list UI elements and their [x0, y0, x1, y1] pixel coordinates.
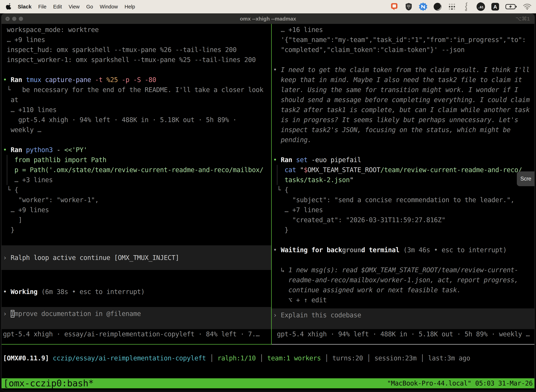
terminal-line: "worker": "worker-1",	[2, 195, 271, 205]
text-segment: inspect_hud: omx sparkshell --tmux-pane …	[3, 46, 237, 54]
prompt-suggestion[interactable]: › Explain this codebase	[272, 308, 534, 329]
text-segment: inspect task2's JSON, focusing on the st…	[273, 126, 511, 134]
badge-count-text: ..61	[478, 5, 483, 9]
hook-utility-icon[interactable]	[462, 2, 471, 11]
text-segment: groun	[342, 246, 361, 254]
terminal-line: keep that in mind. Maybe I also need the…	[272, 75, 534, 85]
text-segment: │	[363, 355, 374, 362]
wifi-icon[interactable]	[523, 2, 532, 11]
terminal-line: later. Using the same for transition mig…	[272, 85, 534, 95]
text-segment: }	[3, 226, 14, 234]
terminal-line: └ be necessary for the end of the README…	[2, 85, 271, 95]
terminal-line: └ {	[2, 185, 271, 195]
model-status-line: gpt-5.4 xhigh · 94% left · 488K in · 5.1…	[272, 329, 534, 339]
prompt-input[interactable]: › Improve documentation in @filename	[2, 307, 271, 329]
text-segment: gpt-5.4 xhigh · 94% left · 488K in · 5.1…	[273, 330, 530, 338]
screen-share-overlay[interactable]: Scre	[517, 171, 534, 186]
blank-line	[272, 305, 534, 308]
text-segment: /team/review-current-readme-and-reco/	[380, 166, 522, 174]
shield-keypad-icon[interactable]	[404, 2, 413, 11]
window-title: omx --xhigh --madmax	[2, 16, 534, 22]
zoom-window-button[interactable]	[19, 17, 23, 21]
ran-command-python: • Ran python3 - <<'PY'	[2, 145, 271, 155]
menu-help[interactable]: Help	[124, 4, 135, 10]
terminal-line: "completed","claim_token":"claim-token"}…	[272, 45, 534, 55]
terminal-line: pending.	[272, 135, 534, 145]
omx-session-status: [OMX#0.11.9] cczip/essay/ai-reimplementa…	[2, 353, 534, 363]
text-segment	[22, 76, 26, 84]
text-segment: └	[3, 86, 22, 93]
text-segment: p = Path('.omx/state/team/review-current…	[3, 166, 263, 174]
text-segment: %25	[103, 76, 118, 84]
menu-window[interactable]: Window	[100, 4, 118, 10]
text-segment: }	[273, 226, 288, 234]
text-segment	[292, 156, 296, 164]
text-segment: capture-pane	[41, 76, 91, 84]
text-segment	[49, 355, 53, 362]
terminal-line: readme-and-reco/mailbox/worker-1.json, a…	[272, 275, 534, 285]
input-source-icon[interactable]: A	[491, 2, 500, 11]
text-segment: readme-and-reco/mailbox/worker-1.json, a…	[273, 276, 518, 284]
minimize-window-button[interactable]	[12, 17, 16, 21]
blank-line	[2, 270, 271, 287]
text-segment: └	[3, 186, 14, 194]
battery-icon[interactable]	[505, 2, 517, 11]
text-segment: -t	[91, 76, 103, 84]
text-segment: Explain this codebase	[281, 311, 361, 319]
text-segment: later. Using the same for transition mig…	[273, 86, 518, 93]
text-segment: -p	[118, 76, 129, 84]
mailbox-message: ↳ 1 new msg(s): read $OMX_TEAM_STATE_ROO…	[272, 265, 534, 275]
text-segment: … +110 lines	[3, 106, 57, 114]
terminal-line: ⌥ + ↑ edit	[272, 295, 534, 305]
terminal-window: omx --xhigh --madmax ⌥⌘1 workspace_mode:…	[1, 13, 535, 391]
text-segment: Ran	[11, 146, 22, 154]
menu-go[interactable]: Go	[86, 4, 93, 10]
close-window-button[interactable]	[5, 17, 10, 21]
menu-bar-status-icons: ..61 A	[390, 2, 532, 11]
ralph-loop-banner: › Ralph loop active continue [OMX_TMUX_I…	[2, 245, 271, 270]
text-segment: (3m 46s • esc to interrupt)	[400, 246, 507, 254]
terminal-line: … +9 lines	[2, 205, 271, 215]
menu-view[interactable]: View	[69, 4, 80, 10]
pane-worker-1[interactable]: … +16 lines '{"team_name":"my-team","tas…	[272, 24, 534, 345]
text-segment: ›	[3, 253, 11, 263]
menu-file[interactable]: File	[38, 4, 46, 10]
text-segment: {	[14, 186, 18, 194]
text-segment: [OMX#0.11.9]	[3, 355, 49, 362]
overlay-label: Scre	[520, 176, 531, 182]
text-segment: │	[321, 355, 332, 362]
svg-text:A: A	[493, 4, 497, 10]
dots-grid-icon[interactable]	[447, 2, 456, 11]
reasoning-text: • I need to get the claim token from the…	[272, 65, 534, 75]
terminal-content: workspace_mode: worktree … +9 lines insp…	[2, 24, 534, 391]
text-segment: •	[3, 288, 11, 296]
pane-hud[interactable]: workspace_mode: worktree … +9 lines insp…	[2, 24, 271, 345]
text-segment	[277, 156, 281, 164]
badge-app-icon[interactable]	[419, 2, 428, 11]
terminal-line: '{"team_name":"my-team","task_id":"1","f…	[272, 35, 534, 45]
text-segment: 1 new msg(s): read $OMX_TEAM_STATE_ROOT/…	[288, 266, 518, 274]
count-badge-icon[interactable]: ..61	[476, 2, 485, 11]
text-segment: -euo pipefail	[308, 156, 361, 164]
text-segment: •	[3, 76, 7, 84]
text-segment: -80	[141, 76, 156, 84]
text-segment: gpt-5.4 xhigh · essay/ai-reimplementatio…	[3, 330, 259, 338]
window-title-bar[interactable]: omx --xhigh --madmax ⌥⌘1	[2, 14, 534, 24]
blank-line	[2, 297, 271, 307]
menu-slack[interactable]: Slack	[18, 4, 31, 10]
menu-edit[interactable]: Edit	[53, 4, 62, 10]
screen-record-icon[interactable]	[390, 2, 399, 11]
text-segment: ralph:1/10	[217, 355, 256, 362]
terminal-line: is in progress? It seems likely but perh…	[272, 115, 534, 125]
text-segment: workspace_mode: worktree	[3, 26, 99, 33]
crescent-app-icon[interactable]	[433, 2, 442, 11]
text-segment: '{"team_name":"my-team","task_id":"1","f…	[273, 36, 526, 44]
window-shortcut-hint: ⌥⌘1	[516, 16, 530, 22]
text-segment: d terminal	[361, 246, 400, 254]
text-segment: Waiting for back	[281, 246, 342, 254]
apple-icon[interactable]	[6, 3, 12, 10]
model-status-line: gpt-5.4 xhigh · essay/ai-reimplementatio…	[2, 329, 271, 339]
text-segment: OMX_TEAM_STATE_ROOT	[308, 166, 380, 174]
text-segment: mprove documentation in @filename	[14, 310, 141, 317]
terminal-line: inspect task2's JSON, focusing on the st…	[272, 125, 534, 135]
